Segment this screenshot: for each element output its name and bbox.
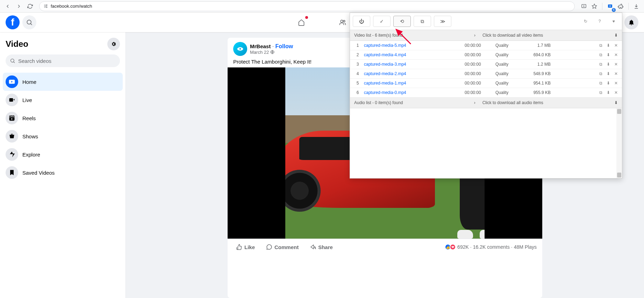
remove-row-icon[interactable]: ✕ — [614, 71, 618, 76]
row-index: 2 — [354, 52, 361, 57]
video-list-row[interactable]: 4captured-media-2.mp400:00:00Quality548.… — [350, 69, 622, 79]
download-row-icon[interactable]: ⬇ — [607, 81, 610, 86]
row-index: 6 — [354, 90, 361, 95]
row-quality[interactable]: Quality — [495, 81, 520, 86]
notification-dot-icon — [305, 16, 308, 19]
sidebar-item-shows[interactable]: Shows — [3, 127, 123, 145]
like-button[interactable]: Like — [233, 242, 258, 252]
search-videos-input[interactable]: Search videos — [6, 54, 120, 67]
scrollbar[interactable] — [616, 108, 622, 178]
sidebar-item-reels[interactable]: Reels — [3, 109, 123, 127]
download-row-icon[interactable]: ⬇ — [607, 90, 610, 95]
row-filename[interactable]: captured-media-2.mp4 — [364, 71, 462, 76]
row-index: 3 — [354, 62, 361, 67]
power-button[interactable]: ⏻ — [353, 16, 370, 27]
copy-row-icon[interactable]: ⧉ — [599, 62, 602, 67]
notifications-button[interactable] — [624, 15, 638, 29]
download-all-icon[interactable]: ⬇ — [614, 33, 618, 38]
copy-row-icon[interactable]: ⧉ — [599, 71, 602, 76]
help-icon[interactable]: ? — [594, 16, 605, 27]
separator-dot: · — [272, 43, 276, 49]
author-avatar[interactable] — [233, 42, 247, 56]
bookmark-star-icon[interactable] — [589, 1, 599, 11]
video-list-row[interactable]: 6captured-media-0.mp400:00:00Quality955.… — [350, 88, 622, 97]
copy-row-icon[interactable]: ⧉ — [599, 43, 602, 48]
reload-icon[interactable]: ↻ — [580, 16, 591, 27]
sidebar-title: Video — [6, 39, 28, 49]
extensions-icon[interactable] — [616, 1, 625, 11]
author-name[interactable]: MrBeast — [250, 43, 271, 49]
row-quality[interactable]: Quality — [495, 90, 520, 95]
download-all-icon[interactable]: ⬇ — [614, 100, 618, 105]
svg-point-1 — [46, 7, 47, 8]
video-list-row[interactable]: 1captured-media-5.mp400:00:00Quality1.7 … — [350, 41, 622, 50]
sidebar-item-label: Home — [22, 79, 36, 85]
video-list-row[interactable]: 5captured-media-1.mp400:00:00Quality954.… — [350, 79, 622, 88]
row-quality[interactable]: Quality — [495, 43, 520, 48]
video-list-header[interactable]: Video list - 6 item(s) found › Click to … — [350, 30, 622, 41]
row-filename[interactable]: captured-media-5.mp4 — [364, 43, 462, 48]
video-list-row[interactable]: 2captured-media-4.mp400:00:00Quality694.… — [350, 50, 622, 60]
check-button[interactable]: ✓ — [373, 16, 391, 27]
download-row-icon[interactable]: ⬇ — [607, 43, 610, 48]
svg-marker-3 — [592, 4, 596, 8]
row-quality[interactable]: Quality — [495, 71, 520, 76]
facebook-search-button[interactable] — [22, 15, 36, 29]
settings-gear-icon[interactable] — [107, 38, 120, 50]
share-button[interactable]: Share — [307, 242, 336, 252]
copy-row-icon[interactable]: ⧉ — [599, 81, 602, 86]
download-all-videos-link[interactable]: Click to download all video items — [482, 33, 543, 38]
sidebar-item-live[interactable]: Live — [3, 91, 123, 109]
reload-button[interactable] — [25, 1, 35, 11]
copy-row-icon[interactable]: ⧉ — [599, 52, 602, 57]
post-date[interactable]: March 22 — [250, 50, 269, 55]
remove-row-icon[interactable]: ✕ — [614, 43, 618, 48]
remove-row-icon[interactable]: ✕ — [614, 52, 618, 57]
copy-row-icon[interactable]: ⧉ — [599, 90, 602, 95]
facebook-logo[interactable]: f — [6, 15, 20, 29]
row-filename[interactable]: captured-media-0.mp4 — [364, 90, 462, 95]
public-globe-icon — [270, 50, 274, 54]
downloads-icon[interactable] — [631, 1, 641, 11]
url-bar[interactable]: facebook.com/watch — [39, 1, 575, 11]
refresh-detect-button[interactable]: ⟲ — [393, 16, 411, 27]
back-button[interactable] — [3, 1, 13, 11]
row-index: 5 — [354, 81, 361, 86]
comments-count: 16.2K comments — [473, 244, 510, 250]
sidebar-item-label: Explore — [22, 152, 40, 158]
sidebar-item-explore[interactable]: Explore — [3, 145, 123, 163]
install-app-icon[interactable] — [579, 1, 589, 11]
forward-button[interactable] — [14, 1, 24, 11]
svg-point-5 — [27, 20, 31, 24]
download-row-icon[interactable]: ⬇ — [607, 62, 610, 67]
video-downloader-extension-icon[interactable]: 6 — [605, 1, 615, 11]
divider — [602, 3, 602, 10]
home-tab[interactable] — [282, 14, 321, 31]
post-stats[interactable]: 👍 ❤ 692K · 16.2K comments · 48M Plays — [446, 244, 537, 250]
copy-button[interactable]: ⧉ — [414, 16, 431, 27]
sidebar-item-home[interactable]: Home — [3, 73, 123, 91]
row-filename[interactable]: captured-media-4.mp4 — [364, 52, 462, 57]
row-quality[interactable]: Quality — [495, 52, 520, 57]
download-all-audio-link[interactable]: Click to download all audio items — [482, 100, 543, 105]
site-settings-icon[interactable] — [43, 4, 48, 9]
row-filename[interactable]: captured-media-1.mp4 — [364, 81, 462, 86]
heart-icon[interactable]: ♥ — [608, 16, 619, 27]
row-size: 1.7 MB — [523, 43, 551, 48]
comment-button[interactable]: Comment — [263, 242, 301, 252]
row-filename[interactable]: captured-media-3.mp4 — [364, 62, 462, 67]
video-list-row[interactable]: 3captured-media-3.mp400:00:00Quality1.2 … — [350, 60, 622, 69]
row-quality[interactable]: Quality — [495, 62, 520, 67]
remove-row-icon[interactable]: ✕ — [614, 90, 618, 95]
sidebar-item-saved[interactable]: Saved Videos — [3, 163, 123, 182]
row-duration: 00:00:00 — [465, 43, 493, 48]
follow-link[interactable]: Follow — [276, 43, 293, 49]
download-row-icon[interactable]: ⬇ — [607, 52, 610, 57]
shows-icon — [6, 130, 18, 143]
audio-list-header[interactable]: Audio list - 0 item(s) found › Click to … — [350, 97, 622, 108]
audio-list-empty — [350, 108, 622, 178]
remove-row-icon[interactable]: ✕ — [614, 62, 618, 67]
download-row-icon[interactable]: ⬇ — [607, 71, 610, 76]
remove-row-icon[interactable]: ✕ — [614, 81, 618, 86]
forward-button[interactable]: ≫ — [434, 16, 451, 27]
